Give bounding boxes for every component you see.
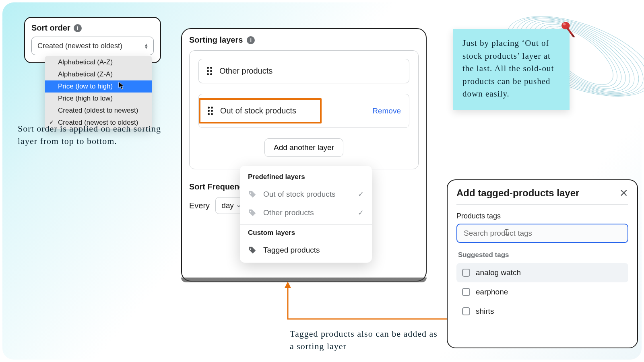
suggested-tags-title: Suggested tags bbox=[456, 251, 628, 259]
tag-icon bbox=[248, 246, 257, 255]
tag-icon bbox=[248, 190, 257, 199]
suggested-tag-row[interactable]: shirts bbox=[456, 302, 628, 321]
drag-handle-icon[interactable] bbox=[207, 67, 212, 75]
predefined-layer-label: Out of stock products bbox=[263, 190, 351, 199]
layer-name: Out of stock products bbox=[220, 106, 296, 115]
modal-header: Add tagged-products layer ✕ bbox=[456, 187, 628, 205]
layer-card-highlighted[interactable]: Out of stock products bbox=[199, 98, 322, 123]
add-layer-button[interactable]: Add another layer bbox=[264, 138, 343, 157]
checkbox[interactable] bbox=[462, 269, 470, 277]
predefined-layer-label: Other products bbox=[263, 208, 351, 217]
dropdown-option[interactable]: Price (high to low) bbox=[45, 93, 152, 105]
drag-handle-icon[interactable] bbox=[208, 107, 213, 115]
svg-point-11 bbox=[563, 23, 566, 25]
products-tags-label: Products tags bbox=[456, 212, 628, 220]
predefined-layer-option[interactable]: Other products ✓ bbox=[240, 204, 372, 222]
sort-order-select[interactable]: Created (newest to oldest) ▴▾ bbox=[31, 37, 154, 55]
tag-label: analog watch bbox=[476, 268, 521, 277]
checkbox[interactable] bbox=[462, 307, 470, 315]
select-caret-icon: ▴▾ bbox=[145, 43, 148, 49]
dropdown-option-selected[interactable]: Price (low to high) bbox=[45, 80, 152, 93]
layer-card-highlighted-row: Out of stock products Remove bbox=[198, 94, 409, 128]
dropdown-option[interactable]: Alphabetical (Z-A) bbox=[45, 68, 152, 80]
svg-point-10 bbox=[561, 22, 570, 29]
add-layer-popover: Predefined layers Out of stock products … bbox=[240, 166, 372, 263]
sorting-layers-title: Sorting layers i bbox=[189, 35, 419, 45]
sort-order-title: Sort order i bbox=[31, 23, 154, 33]
custom-layer-option[interactable]: Tagged products bbox=[240, 241, 372, 259]
predefined-layer-option[interactable]: Out of stock products ✓ bbox=[240, 185, 372, 204]
tagged-products-annotation: Tagged products also can be added as a s… bbox=[290, 328, 443, 353]
tag-label: shirts bbox=[476, 307, 494, 316]
suggested-tag-row[interactable]: earphone bbox=[456, 282, 628, 302]
sort-frequency-every: Every bbox=[189, 201, 210, 210]
panel-shadow bbox=[181, 278, 427, 282]
sort-order-selected-value: Created (newest to oldest) bbox=[37, 42, 122, 50]
remove-layer-link[interactable]: Remove bbox=[372, 107, 401, 115]
sort-order-dropdown: Alphabetical (A-Z) Alphabetical (Z-A) Pr… bbox=[45, 56, 152, 129]
product-tags-search-input[interactable] bbox=[456, 224, 628, 243]
checkbox[interactable] bbox=[462, 288, 470, 296]
divider bbox=[240, 224, 372, 225]
popover-custom-title: Custom layers bbox=[240, 229, 372, 241]
custom-layer-label: Tagged products bbox=[263, 246, 364, 255]
tag-icon bbox=[248, 208, 257, 217]
layer-card[interactable]: Other products bbox=[198, 59, 409, 83]
info-icon[interactable]: i bbox=[247, 36, 255, 44]
dropdown-option[interactable]: Created (oldest to newest) bbox=[45, 105, 152, 117]
modal-title: Add tagged-products layer bbox=[456, 187, 579, 199]
tag-label: earphone bbox=[476, 288, 508, 296]
sticky-note-text: Just by placing ‘Out of stock products’ … bbox=[462, 38, 554, 99]
sticky-note: Just by placing ‘Out of stock products’ … bbox=[453, 29, 570, 110]
sort-frequency-label: Sort Frequency bbox=[189, 182, 248, 191]
text-cursor-icon: 𝙸 bbox=[504, 227, 510, 237]
check-icon: ✓ bbox=[358, 190, 364, 199]
dropdown-option[interactable]: Alphabetical (A-Z) bbox=[45, 56, 152, 68]
layers-container: Other products Out of stock products Rem… bbox=[189, 50, 419, 169]
sort-order-title-text: Sort order bbox=[31, 23, 70, 33]
layer-name: Other products bbox=[219, 66, 272, 76]
tagged-products-modal: Add tagged-products layer ✕ Products tag… bbox=[447, 179, 638, 348]
popover-predefined-title: Predefined layers bbox=[240, 173, 372, 185]
sort-order-annotation: Sort order is applied on each sorting la… bbox=[18, 123, 175, 148]
info-icon[interactable]: i bbox=[74, 24, 82, 32]
suggested-tags-box: Suggested tags analog watch earphone shi… bbox=[456, 251, 628, 321]
pushpin-icon bbox=[558, 20, 577, 39]
check-icon: ✓ bbox=[358, 208, 364, 217]
suggested-tag-row[interactable]: analog watch bbox=[456, 263, 628, 282]
close-icon[interactable]: ✕ bbox=[619, 188, 628, 198]
